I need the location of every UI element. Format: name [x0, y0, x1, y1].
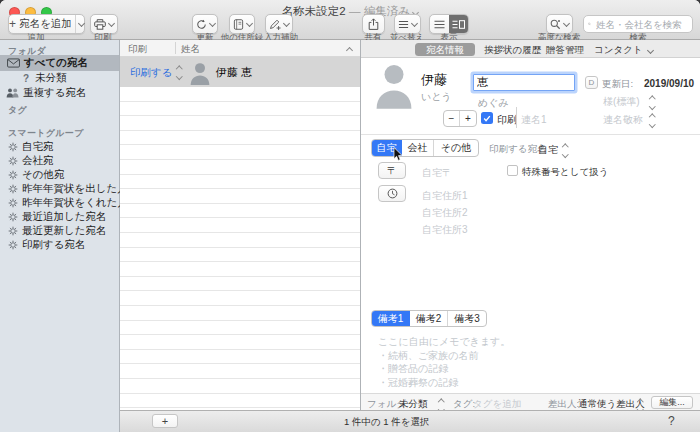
- first-name-input[interactable]: [473, 74, 575, 91]
- sidebar-item-duplicates[interactable]: 重複する宛名: [6, 86, 87, 100]
- postal-code-button[interactable]: 〒: [378, 162, 406, 179]
- chevron-down-icon: [78, 19, 85, 26]
- app-window: 名称未設定2 — 編集済み + 宛名を追加 追加 印刷 更新 他の住所録: [0, 0, 700, 432]
- sidebar-item-recently-updated-group[interactable]: 最近更新した宛名: [8, 224, 107, 238]
- chevron-down-icon: [563, 19, 570, 26]
- special-number-label: 特殊番号として扱う: [522, 166, 608, 179]
- gear-icon: [8, 240, 18, 250]
- address-line3-placeholder[interactable]: 自宅住所3: [422, 223, 468, 237]
- print-checkbox[interactable]: [481, 112, 493, 124]
- joint-honorific-stepper[interactable]: [650, 115, 655, 127]
- selection-status-text: 1 件中の 1 件を選択: [344, 416, 429, 429]
- tab-addressee-info[interactable]: 宛名情報: [415, 43, 475, 56]
- address-tab-company[interactable]: 会社: [402, 140, 434, 156]
- pencil-plus-icon: [269, 18, 281, 30]
- chevron-down-icon: [245, 19, 252, 26]
- button-divider: [75, 15, 76, 33]
- memo-tab-1[interactable]: 備考1: [372, 311, 410, 326]
- tab-greeting-history[interactable]: 挨拶状の履歴: [484, 44, 541, 57]
- detail-view-segment[interactable]: [449, 15, 468, 33]
- add-row-button[interactable]: +: [152, 414, 178, 428]
- address-line2-placeholder[interactable]: 自宅住所2: [422, 206, 468, 220]
- printer-icon: [94, 19, 106, 30]
- last-name[interactable]: 伊藤: [421, 71, 447, 89]
- column-header-name[interactable]: 姓名: [181, 43, 200, 56]
- list-view-icon: [434, 20, 445, 29]
- search-field[interactable]: [583, 15, 693, 33]
- honorific-stepper[interactable]: [650, 97, 655, 109]
- address-line1-placeholder[interactable]: 自宅住所1: [422, 189, 468, 203]
- sender-edit-button[interactable]: 編集...: [651, 396, 693, 409]
- sidebar-item-company-group[interactable]: 会社宛: [8, 154, 54, 168]
- chevron-down-icon: [108, 19, 115, 26]
- refresh-icon: [196, 19, 207, 30]
- sidebar-item-sent-last-year-group[interactable]: 昨年年賀状を出した人: [8, 182, 128, 196]
- updated-date-label: 更新日:: [602, 78, 633, 91]
- sort-ascending-icon[interactable]: [346, 47, 353, 54]
- last-name-kana[interactable]: いとう: [421, 90, 452, 104]
- special-number-checkbox[interactable]: [507, 165, 518, 176]
- print-target-stepper[interactable]: [563, 145, 568, 157]
- sidebar-item-recently-added-group[interactable]: 最近追加した宛名: [8, 210, 107, 224]
- print-target-value[interactable]: 自宅: [538, 143, 558, 157]
- sidebar-item-all-addressees[interactable]: すべての宛名: [7, 56, 88, 70]
- add-addressee-button[interactable]: + 宛名を追加: [8, 14, 85, 34]
- joint-name-counter: − +: [443, 110, 477, 127]
- sidebar-item-uncategorized[interactable]: ? 未分類: [21, 71, 67, 85]
- kanji-variant-button[interactable]: D: [585, 76, 598, 89]
- row-print-status[interactable]: 印刷する: [130, 66, 173, 80]
- first-name-kana[interactable]: めぐみ: [478, 96, 509, 110]
- memo-tab-2[interactable]: 備考2: [410, 311, 448, 326]
- checkmark-icon: [483, 115, 491, 122]
- row-print-stepper[interactable]: [177, 67, 182, 79]
- memo-placeholder[interactable]: ここに自由にメモできます。 ・続柄、ご家族の名前 ・贈答品の記録 ・冠婚葬祭の記…: [378, 335, 510, 389]
- gear-icon: [8, 226, 18, 236]
- detail-view-icon: [452, 20, 465, 29]
- share-icon: [368, 18, 379, 30]
- memo-tab-3[interactable]: 備考3: [448, 311, 486, 326]
- joint-name-placeholder[interactable]: 連名1: [521, 113, 547, 127]
- tab-contact[interactable]: コンタクト: [594, 44, 653, 57]
- titlebar-toolbar: 名称未設定2 — 編集済み + 宛名を追加 追加 印刷 更新 他の住所録: [0, 0, 700, 40]
- tab-gift-management[interactable]: 贈答管理: [546, 44, 584, 57]
- sidebar-item-received-last-year-group[interactable]: 昨年年賀状をくれた人: [8, 196, 128, 210]
- search-input[interactable]: [594, 18, 688, 31]
- list-empty-rows[interactable]: [120, 87, 360, 410]
- updated-date-value: 2019/09/10: [644, 78, 694, 89]
- row-name[interactable]: 伊藤 恵: [216, 65, 252, 80]
- duplicate-people-icon: [6, 88, 19, 98]
- list-view-segment[interactable]: [430, 15, 449, 33]
- sidebar: フォルダ すべての宛名 ? 未分類 重複する宛名 タグ スマートグループ 自宅宛…: [0, 40, 120, 432]
- column-header-print[interactable]: 印刷: [128, 43, 147, 56]
- address-history-button[interactable]: [378, 185, 406, 202]
- sidebar-item-to-print-group[interactable]: 印刷する宛名: [8, 238, 86, 252]
- smart-groups-section-header: スマートグループ: [8, 127, 84, 140]
- gear-icon: [8, 184, 18, 194]
- honorific-value[interactable]: 様(標準): [603, 95, 640, 109]
- search-icon: [588, 19, 591, 29]
- chevron-down-icon: [208, 19, 215, 26]
- joint-honorific-label[interactable]: 連名敬称: [603, 113, 643, 127]
- address-type-segmented: 自宅 会社 その他: [371, 139, 479, 157]
- postal-code-placeholder[interactable]: 自宅〒: [422, 166, 452, 180]
- address-tab-other[interactable]: その他: [434, 140, 478, 156]
- contact-avatar-icon[interactable]: [375, 61, 413, 109]
- add-joint-name-button[interactable]: +: [460, 111, 476, 126]
- help-button[interactable]: ?: [668, 414, 675, 428]
- remove-joint-name-button[interactable]: −: [444, 111, 460, 126]
- sidebar-item-home-group[interactable]: 自宅宛: [8, 140, 54, 154]
- sidebar-item-other-group[interactable]: その他宛: [8, 168, 65, 182]
- clock-icon: [387, 188, 398, 199]
- tags-section-header: タグ: [8, 104, 27, 117]
- column-divider[interactable]: [175, 42, 176, 54]
- sort-lines-icon: [398, 20, 409, 29]
- avatar-icon: [189, 61, 211, 85]
- chevron-down-icon: [283, 19, 290, 26]
- list-row-selected[interactable]: 印刷する 伊藤 恵: [120, 57, 360, 87]
- envelope-icon: [7, 58, 20, 68]
- gear-icon: [8, 142, 18, 152]
- field-divider: [516, 107, 517, 128]
- gear-icon: [8, 212, 18, 222]
- detail-panel: 宛名情報 挨拶状の履歴 贈答管理 コンタクト 伊藤 いとう めぐみ D 更新日:…: [360, 40, 700, 410]
- gear-icon: [8, 170, 18, 180]
